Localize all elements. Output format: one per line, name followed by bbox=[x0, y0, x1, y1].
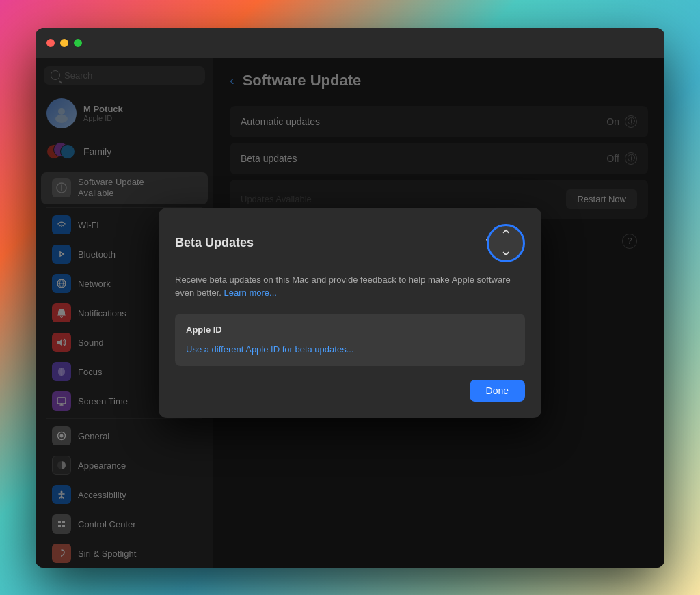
maximize-button[interactable] bbox=[74, 39, 82, 47]
modal-header: Beta Updates f ⌃⌄ bbox=[213, 224, 525, 262]
title-bar bbox=[36, 28, 664, 58]
system-preferences-window: M Potuck Apple ID Family bbox=[36, 28, 664, 568]
dropdown-arrows-icon: ⌃⌄ bbox=[500, 228, 512, 258]
minimize-button[interactable] bbox=[60, 39, 68, 47]
done-button[interactable]: Done bbox=[470, 380, 525, 402]
traffic-lights bbox=[46, 39, 82, 47]
modal-title: Beta Updates bbox=[213, 236, 254, 250]
window-body: M Potuck Apple ID Family bbox=[36, 58, 664, 568]
modal-description: Receive beta updates on this Mac and pro… bbox=[213, 273, 525, 300]
close-button[interactable] bbox=[46, 39, 55, 47]
apple-id-link[interactable]: Use a different Apple ID for beta update… bbox=[213, 344, 353, 355]
modal-dropdown-button[interactable]: ⌃⌄ bbox=[487, 224, 525, 262]
beta-updates-modal: Beta Updates f ⌃⌄ Receive beta updates o… bbox=[213, 208, 541, 418]
main-content: ‹ Software Update Automatic updates On ⓘ… bbox=[213, 58, 664, 568]
apple-id-section: Apple ID Use a different Apple ID for be… bbox=[213, 314, 525, 366]
learn-more-link[interactable]: Learn more... bbox=[224, 288, 277, 298]
modal-icon-container: f ⌃⌄ bbox=[486, 224, 525, 262]
modal-overlay: Beta Updates f ⌃⌄ Receive beta updates o… bbox=[213, 58, 664, 568]
modal-footer: Done bbox=[213, 380, 525, 402]
apple-id-section-title: Apple ID bbox=[213, 324, 514, 335]
